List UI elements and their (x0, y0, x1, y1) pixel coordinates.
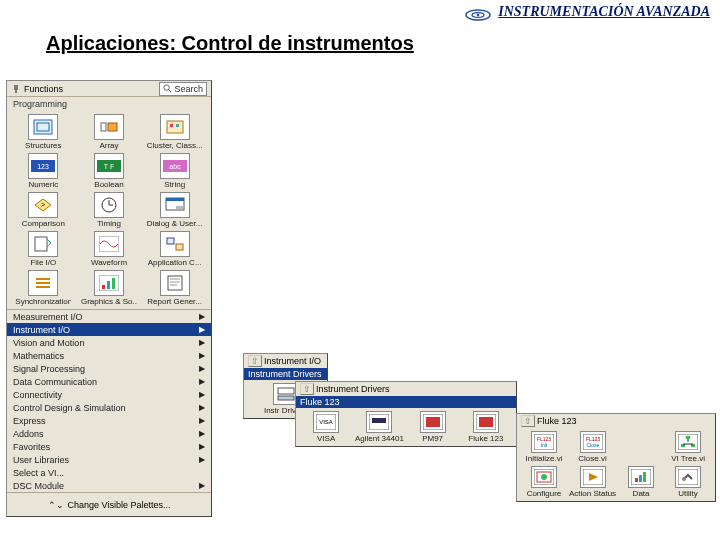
svg-rect-33 (102, 285, 105, 289)
palette-item-utility[interactable]: Utility (665, 465, 711, 499)
palette-item-string[interactable]: abcString (142, 152, 207, 190)
list-item[interactable]: Data Communication▶ (7, 375, 211, 388)
svg-text:Close: Close (586, 442, 599, 448)
search-label: Search (174, 84, 203, 94)
palette-item-actionstatus[interactable]: Action Status (568, 465, 617, 499)
subpanel-highlight: Instrument Drivers (244, 368, 327, 380)
svg-rect-71 (678, 469, 698, 485)
category-list: Measurement I/O▶ Instrument I/O▶ Vision … (7, 309, 211, 492)
svg-rect-45 (372, 418, 386, 423)
subpanel-title: Fluke 123 (537, 416, 577, 426)
palette-item-label: Synchronization (15, 297, 71, 306)
palette-item-timing[interactable]: Timing (77, 191, 142, 229)
logo-icon (464, 6, 492, 22)
palette-item-boolean[interactable]: T FBoolean (77, 152, 142, 190)
svg-rect-11 (167, 121, 183, 133)
palette-item-appctrl[interactable]: Application C... (142, 230, 207, 268)
fluke123-grid: FL123InitInitialize.vi FL123CloseClose.v… (517, 428, 715, 501)
palette-footer[interactable]: ⌃⌄ Change Visible Palettes... (7, 492, 211, 516)
palette-item-fileio[interactable]: File I/O (11, 230, 76, 268)
list-item[interactable]: Express▶ (7, 414, 211, 427)
palette-item-label: Comparison (22, 219, 65, 228)
svg-rect-49 (479, 417, 493, 427)
list-item[interactable]: Favorites▶ (7, 440, 211, 453)
chevron-up-down-icon: ⌃⌄ (48, 500, 64, 510)
palette-item-waveform[interactable]: Waveform (77, 230, 142, 268)
palette-item-label: Close.vi (578, 454, 606, 463)
svg-rect-26 (166, 198, 184, 201)
list-item[interactable]: User Libraries▶ (7, 453, 211, 466)
palette-item-cluster[interactable]: Cluster, Class... (142, 113, 207, 151)
palette-item-label: VISA (317, 434, 335, 443)
palette-item-configure[interactable]: Configure (521, 465, 567, 499)
palette-item-visa[interactable]: VISAVISA (300, 410, 352, 444)
list-item[interactable]: DSC Module▶ (7, 479, 211, 492)
list-item[interactable]: Select a VI... (7, 466, 211, 479)
svg-text:abc: abc (169, 163, 181, 170)
palette-item-sync[interactable]: Synchronization (11, 269, 76, 307)
palette-item-label: Data (633, 489, 650, 498)
footer-label: Change Visible Palettes... (68, 500, 171, 510)
list-item[interactable]: Signal Processing▶ (7, 362, 211, 375)
slide-header: INSTRUMENTACIÓN AVANZADA (0, 0, 720, 24)
palette-item-report[interactable]: Report Gener... (142, 269, 207, 307)
palette-item-label: Cluster, Class... (147, 141, 203, 150)
palette-item-label: Dialog & User... (147, 219, 203, 228)
palette-item-array[interactable]: Array (77, 113, 142, 151)
svg-rect-57 (686, 436, 690, 439)
svg-rect-9 (101, 123, 106, 131)
palette-item-graphics[interactable]: Graphics & So... (77, 269, 142, 307)
svg-rect-40 (278, 388, 294, 394)
list-item[interactable]: Mathematics▶ (7, 349, 211, 362)
palette-item-label: Configure (527, 489, 562, 498)
subpanel-title: Instrument I/O (264, 356, 321, 366)
pin-icon[interactable] (11, 84, 21, 94)
palette-item-label: Waveform (91, 258, 127, 267)
svg-point-2 (476, 13, 479, 16)
search-box[interactable]: Search (159, 82, 207, 96)
nav-up-button[interactable]: ⇧ (300, 383, 314, 395)
palette-item-label: File I/O (30, 258, 56, 267)
functions-palette-header: Functions Search (7, 81, 211, 97)
nav-up-button[interactable]: ⇧ (248, 355, 262, 367)
subpanel-header: ⇧ Instrument Drivers (296, 382, 516, 396)
list-item[interactable]: Measurement I/O▶ (7, 310, 211, 323)
palette-item-label: Agilent 34401 (355, 434, 404, 443)
svg-text:VISA: VISA (319, 419, 333, 425)
instrument-drivers-grid: VISAVISA Agilent 34401 PM97 Fluke 123 (296, 408, 516, 446)
palette-item-close[interactable]: FL123CloseClose.vi (568, 430, 617, 464)
svg-rect-36 (168, 276, 182, 290)
list-item-instrument-io[interactable]: Instrument I/O▶ (7, 323, 211, 336)
palette-item-data[interactable]: Data (618, 465, 664, 499)
palette-item-agilent[interactable]: Agilent 34401 (353, 410, 405, 444)
svg-rect-27 (176, 206, 183, 209)
svg-rect-41 (278, 396, 294, 400)
svg-rect-47 (426, 417, 440, 427)
nav-up-button[interactable]: ⇧ (521, 415, 535, 427)
subpanel-header: ⇧ Instrument I/O (244, 354, 327, 368)
palette-item-initialize[interactable]: FL123InitInitialize.vi (521, 430, 567, 464)
palette-item-dialog[interactable]: Dialog & User... (142, 191, 207, 229)
svg-rect-28 (35, 237, 47, 251)
list-item[interactable]: Control Design & Simulation▶ (7, 401, 211, 414)
palette-item-structures[interactable]: Structures (11, 113, 76, 151)
svg-text:Init: Init (541, 442, 548, 448)
page-title: Aplicaciones: Control de instrumentos (46, 32, 720, 55)
list-item[interactable]: Vision and Motion▶ (7, 336, 211, 349)
palette-item-vitree[interactable]: VI Tree.vi (665, 430, 711, 464)
svg-rect-68 (635, 478, 638, 482)
palette-item-label: Structures (25, 141, 61, 150)
subpanel-title: Instrument Drivers (316, 384, 390, 394)
palette-item-fluke123[interactable]: Fluke 123 (460, 410, 512, 444)
list-item[interactable]: Addons▶ (7, 427, 211, 440)
list-item[interactable]: Connectivity▶ (7, 388, 211, 401)
palette-item-comparison[interactable]: >Comparison (11, 191, 76, 229)
palette-item-numeric[interactable]: 123Numeric (11, 152, 76, 190)
palette-item-label: Application C... (148, 258, 202, 267)
programming-grid: Structures Array Cluster, Class... 123Nu… (7, 111, 211, 309)
fluke123-palette: ⇧ Fluke 123 FL123InitInitialize.vi FL123… (516, 413, 716, 502)
subpanel-highlight: Fluke 123 (296, 396, 516, 408)
palette-item-pm97[interactable]: PM97 (407, 410, 459, 444)
palette-item-label: Initialize.vi (526, 454, 563, 463)
svg-point-72 (682, 477, 686, 481)
